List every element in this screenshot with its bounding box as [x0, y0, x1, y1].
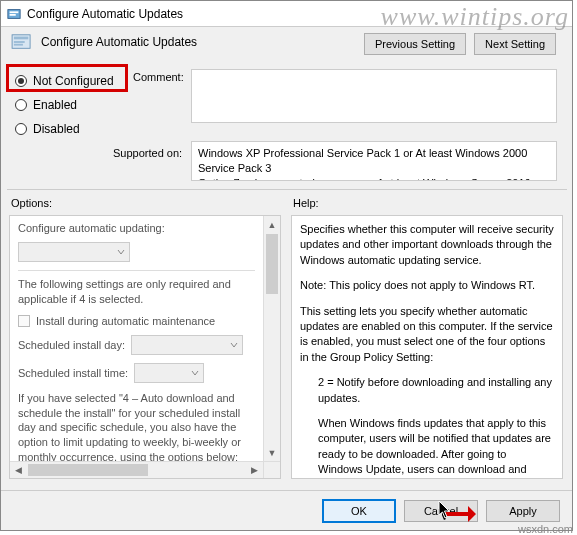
radio-dot-icon: [15, 123, 27, 135]
dialog-window: Configure Automatic Updates Configure Au…: [0, 0, 573, 531]
radio-dot-icon: [15, 99, 27, 111]
radio-label: Disabled: [33, 122, 80, 136]
scroll-corner: [263, 461, 280, 478]
sched-day-label: Scheduled install day:: [18, 339, 125, 351]
state-radio-group: Not Configured Enabled Disabled: [9, 69, 125, 141]
radio-not-configured[interactable]: Not Configured: [9, 69, 125, 93]
comment-label: Comment:: [133, 71, 184, 83]
sched-note: If you have selected "4 – Auto download …: [18, 391, 255, 461]
divider: [7, 189, 567, 190]
policy-page-icon: [11, 33, 33, 51]
svg-rect-2: [10, 14, 16, 16]
radio-label: Enabled: [33, 98, 77, 112]
supported-on-label: Supported on:: [113, 147, 182, 159]
scroll-up-icon[interactable]: ▲: [264, 216, 280, 233]
scroll-thumb[interactable]: [266, 234, 278, 294]
options-horizontal-scrollbar[interactable]: ◀ ▶: [10, 461, 263, 478]
chevron-down-icon: [117, 248, 125, 256]
titlebar: Configure Automatic Updates: [1, 1, 572, 27]
chevron-down-icon: [230, 341, 238, 349]
scroll-right-icon[interactable]: ▶: [246, 462, 263, 478]
policy-icon: [7, 7, 21, 21]
apply-button[interactable]: Apply: [486, 500, 560, 522]
help-text: 2 = Notify before downloading and instal…: [300, 375, 554, 406]
help-panel[interactable]: Specifies whether this computer will rec…: [291, 215, 563, 479]
svg-rect-1: [10, 11, 19, 13]
cancel-button[interactable]: Cancel: [404, 500, 478, 522]
scroll-left-icon[interactable]: ◀: [10, 462, 27, 478]
install-maint-label: Install during automatic maintenance: [36, 315, 215, 327]
svg-rect-6: [14, 44, 23, 46]
help-text: Note: This policy does not apply to Wind…: [300, 278, 554, 293]
sched-day-select[interactable]: [131, 335, 243, 355]
svg-rect-4: [14, 37, 28, 40]
options-content: Configure automatic updating: The follow…: [10, 216, 263, 461]
dialog-footer: OK Cancel Apply: [1, 490, 572, 530]
help-text: Specifies whether this computer will rec…: [300, 222, 554, 268]
install-maint-checkbox[interactable]: [18, 315, 30, 327]
scroll-thumb[interactable]: [28, 464, 148, 476]
scroll-down-icon[interactable]: ▼: [264, 444, 280, 461]
sched-time-select[interactable]: [134, 363, 204, 383]
subheader-title: Configure Automatic Updates: [41, 35, 197, 49]
nav-buttons: Previous Setting Next Setting: [364, 33, 556, 55]
config-updating-select[interactable]: [18, 242, 130, 262]
help-text: When Windows finds updates that apply to…: [300, 416, 554, 479]
options-note: The following settings are only required…: [18, 277, 255, 307]
config-updating-label: Configure automatic updating:: [18, 222, 165, 234]
options-vertical-scrollbar[interactable]: ▲ ▼: [263, 216, 280, 461]
chevron-down-icon: [191, 369, 199, 377]
options-heading: Options:: [11, 197, 52, 209]
previous-setting-button[interactable]: Previous Setting: [364, 33, 466, 55]
radio-disabled[interactable]: Disabled: [9, 117, 125, 141]
radio-enabled[interactable]: Enabled: [9, 93, 125, 117]
comment-textarea[interactable]: [191, 69, 557, 123]
help-heading: Help:: [293, 197, 319, 209]
supported-on-text: Windows XP Professional Service Pack 1 o…: [191, 141, 557, 181]
radio-dot-icon: [15, 75, 27, 87]
options-panel: Configure automatic updating: The follow…: [9, 215, 281, 479]
help-text: This setting lets you specify whether au…: [300, 304, 554, 366]
next-setting-button[interactable]: Next Setting: [474, 33, 556, 55]
sched-time-label: Scheduled install time:: [18, 367, 128, 379]
radio-label: Not Configured: [33, 74, 114, 88]
window-title: Configure Automatic Updates: [27, 7, 183, 21]
svg-rect-5: [14, 41, 25, 43]
ok-button[interactable]: OK: [322, 499, 396, 523]
